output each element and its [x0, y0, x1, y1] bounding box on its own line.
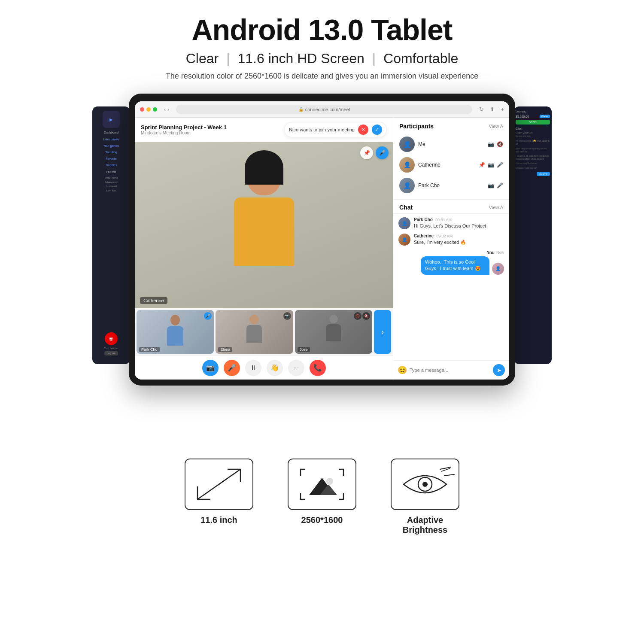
brightness-label: Adaptive Brightness [403, 515, 447, 535]
pin-button[interactable]: 📌 [360, 146, 373, 159]
control-bar: 📷 🎤 ⏸ 👋 ··· 📞 [135, 355, 393, 380]
participant-name-catherine: Catherine [418, 162, 475, 168]
next-button[interactable]: › [374, 310, 391, 354]
chat-name-you: You [487, 250, 495, 255]
participant-park: 👤 Park Cho 📷 🎤 [399, 175, 503, 196]
raise-hand-button[interactable]: 👋 [267, 360, 283, 376]
avatar-me: 👤 [399, 137, 415, 152]
participant-icons-park: 📷 🎤 [488, 182, 503, 188]
url-bar[interactable]: 🔒 connectme.com/meet [176, 105, 472, 114]
thumb-jose[interactable]: Jose 🚫 🔇 [295, 310, 372, 354]
chat-msg-catherine: 👤 Catherine 09:32 AM Sure, I'm very exci… [398, 234, 504, 246]
sp-games: Your games [103, 144, 119, 147]
participants-header: Participants View A [399, 123, 503, 130]
brightness-svg [395, 465, 455, 504]
thumb-body-park [167, 326, 183, 346]
share-icon[interactable]: ⬆ [490, 106, 495, 112]
svg-point-4 [326, 478, 333, 485]
minimize-button[interactable] [146, 107, 151, 112]
chat-meta-park: Park Cho 09:31 AM [414, 217, 486, 222]
thumb-cam-elena: 📷 [283, 312, 291, 320]
mic-icon-park[interactable]: 🎤 [497, 182, 503, 188]
sp-friend3: Josh-todd [106, 185, 117, 188]
participant-me: 👤 Me 📷 🔇 [399, 134, 503, 155]
more-button[interactable]: ··· [288, 360, 304, 376]
feature-screen-size: 11.6 inch [185, 459, 253, 535]
url-text: connectme.com/meet [305, 107, 350, 112]
thumb-body-elena [246, 325, 262, 343]
chat-view-all[interactable]: View A [489, 205, 503, 210]
nav-forward[interactable]: › [167, 106, 169, 112]
sp-friend1: Mary_nijma [104, 176, 118, 179]
main-video: Catherine 📌 🎤 [135, 142, 393, 308]
cam-icon-me[interactable]: 📷 [488, 141, 494, 147]
sp-dashboard: Dashboard [104, 131, 118, 134]
thumb-mic-park: 🎤 [204, 312, 212, 320]
emoji-button[interactable]: 😊 [398, 365, 407, 375]
browser-nav[interactable]: ‹ › [164, 106, 169, 112]
sp-trophies: Trophies [106, 164, 117, 167]
meeting-info: Sprint Planning Project - Week 1 Mindcar… [141, 124, 227, 135]
chat-text-park: Hi Guys, Let's Discuss Our Project [414, 223, 486, 229]
pause-button[interactable]: ⏸ [245, 360, 261, 376]
sep2: | [372, 51, 376, 67]
camera-button[interactable]: 📷 [202, 360, 219, 376]
thumb-park-cho[interactable]: Park Cho 🎤 [137, 310, 214, 354]
screen-size-svg [193, 465, 245, 504]
chat-bubble-catherine: Catherine 09:32 AM Sure, I'm very excite… [414, 234, 466, 246]
svg-line-0 [197, 469, 240, 499]
cam-icon-catherine[interactable]: 📷 [488, 162, 494, 168]
mic-icon-catherine[interactable]: 🎤 [497, 162, 503, 168]
chat-messages: 👤 Park Cho 09:31 AM Hi Guys, Let's Discu… [393, 214, 509, 360]
sp-friend2: Adam nord [105, 181, 117, 183]
thumb-person-elena [246, 315, 263, 349]
chat-input-row: 😊 ➤ [393, 360, 509, 380]
chat-meta-catherine: Catherine 09:32 AM [414, 234, 466, 238]
brightness-icon-box [391, 459, 459, 510]
features-row: 11.6 inch 2560*1600 [185, 450, 459, 544]
nav-back[interactable]: ‹ [164, 106, 166, 112]
thumb-label-jose: Jose [298, 347, 310, 352]
participant-icons-catherine: 📌 📷 🎤 [479, 162, 503, 168]
mic-icon-me[interactable]: 🔇 [497, 141, 503, 147]
sp-chat-title: Chat [516, 127, 550, 130]
close-button[interactable] [140, 107, 144, 112]
thumb-elena[interactable]: Elena 📷 [216, 310, 293, 354]
thumb-nocam-jose: 🚫 [354, 312, 361, 320]
send-button[interactable]: ➤ [493, 364, 505, 376]
person-head [247, 157, 281, 195]
chat-you-content: Wohoo.. This is so Cool Guys ! I trust w… [421, 256, 504, 275]
participants-view-all[interactable]: View A [489, 124, 503, 129]
chat-time-you: Now [496, 250, 504, 255]
participant-name-park: Park Cho [418, 182, 484, 188]
sp-chat-msgs2: yeah well I made up thing on the last we… [516, 147, 550, 153]
end-call-button[interactable]: 📞 [310, 360, 326, 376]
thumb-person-jose [325, 315, 342, 349]
accept-button[interactable]: ✓ [372, 125, 382, 135]
person-hair [245, 150, 283, 185]
cam-icon-park[interactable]: 📷 [488, 182, 494, 188]
reload-icon[interactable]: ↻ [479, 106, 484, 112]
sp-submit[interactable]: Submit [537, 172, 550, 176]
avatar-catherine: 👤 [399, 157, 415, 173]
sp-chat-sub: Claim your Gift [516, 131, 550, 134]
chat-name-park: Park Cho [414, 217, 433, 222]
sp-right-user: baolang [516, 110, 550, 113]
chat-avatar-catherine: 👤 [398, 234, 410, 246]
subtitle-mid: 11.6 inch HD Screen [237, 51, 364, 67]
screen-size-icon-box [185, 459, 253, 510]
chat-msg-you-row: You Now Wohoo.. This is so Cool Guys ! I… [398, 250, 504, 275]
svg-point-6 [422, 482, 428, 487]
new-tab-icon[interactable]: + [501, 106, 504, 112]
mute-button[interactable]: 🎤 [224, 360, 240, 376]
message-input[interactable] [410, 364, 490, 376]
sp-logout[interactable]: Log out [104, 351, 118, 355]
decline-button[interactable]: ✕ [358, 125, 368, 135]
mic-on-button[interactable]: 🎤 [376, 146, 389, 159]
maximize-button[interactable] [153, 107, 157, 112]
thumb-head-jose [329, 315, 338, 323]
thumb-label-elena: Elena [218, 347, 232, 352]
chat-time-catherine: 09:32 AM [436, 234, 453, 238]
thumbnail-strip: Park Cho 🎤 Elena 📷 [135, 308, 393, 355]
pin-icon-catherine[interactable]: 📌 [479, 162, 485, 168]
